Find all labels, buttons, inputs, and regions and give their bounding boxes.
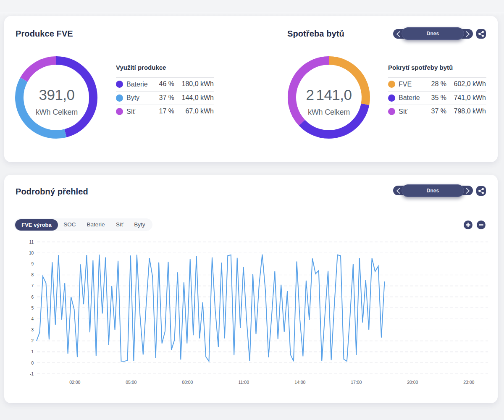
- svg-text:8: 8: [31, 273, 34, 277]
- svg-text:6: 6: [31, 295, 34, 299]
- svg-text:10: 10: [29, 251, 34, 255]
- svg-text:05:00: 05:00: [126, 380, 136, 385]
- svg-text:-1: -1: [30, 372, 34, 376]
- svg-text:1: 1: [31, 349, 34, 354]
- svg-text:02:00: 02:00: [69, 380, 80, 385]
- svg-text:23:00: 23:00: [463, 380, 474, 385]
- svg-text:20:00: 20:00: [407, 380, 418, 385]
- svg-text:11: 11: [29, 240, 34, 244]
- svg-text:2: 2: [31, 339, 34, 343]
- svg-text:08:00: 08:00: [182, 380, 193, 385]
- svg-text:7: 7: [31, 284, 34, 288]
- svg-text:5: 5: [31, 306, 34, 310]
- svg-text:3: 3: [31, 328, 34, 332]
- svg-text:14:00: 14:00: [294, 380, 305, 385]
- svg-text:4: 4: [31, 317, 34, 321]
- svg-text:11:00: 11:00: [239, 380, 249, 385]
- svg-text:17:00: 17:00: [351, 380, 362, 385]
- svg-text:0: 0: [31, 361, 34, 365]
- svg-text:9: 9: [31, 262, 34, 266]
